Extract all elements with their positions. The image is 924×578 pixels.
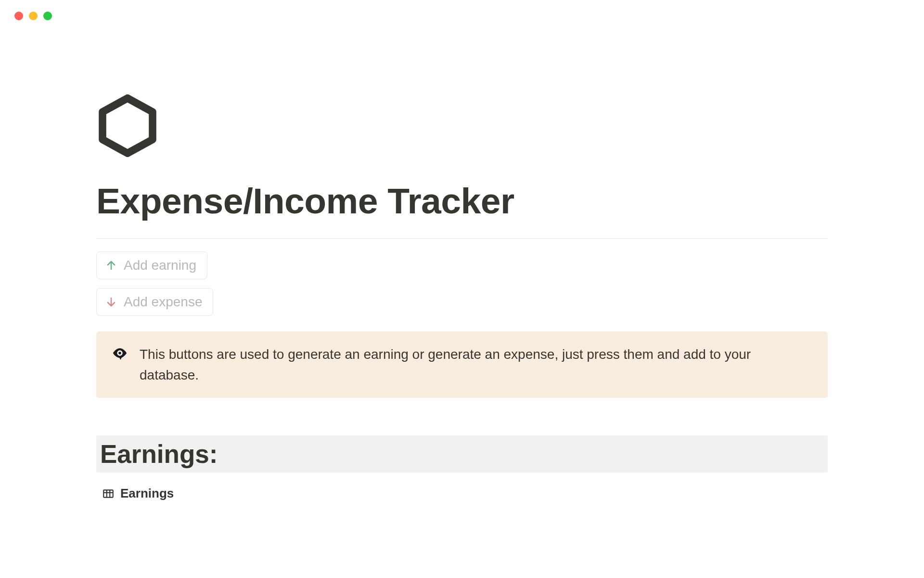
window-close-button[interactable] xyxy=(14,12,23,20)
earnings-view-tab[interactable]: Earnings xyxy=(96,486,828,501)
add-earning-button[interactable]: Add earning xyxy=(96,251,207,279)
hexagon-icon xyxy=(96,94,828,157)
callout-text: This buttons are used to generate an ear… xyxy=(140,344,812,386)
window-controls xyxy=(0,0,924,32)
table-icon xyxy=(102,487,115,500)
page-icon[interactable] xyxy=(96,94,828,157)
arrow-up-icon xyxy=(105,260,117,271)
window-maximize-button[interactable] xyxy=(43,12,52,20)
add-expense-button[interactable]: Add expense xyxy=(96,288,213,316)
add-expense-label: Add expense xyxy=(124,294,202,310)
eye-icon xyxy=(112,345,128,386)
svg-point-4 xyxy=(118,352,121,355)
divider xyxy=(96,238,828,239)
arrow-down-icon xyxy=(105,296,117,308)
earnings-heading: Earnings: xyxy=(100,439,824,469)
window-minimize-button[interactable] xyxy=(29,12,38,20)
earnings-view-label: Earnings xyxy=(120,486,174,501)
svg-rect-5 xyxy=(103,490,113,497)
page-title: Expense/Income Tracker xyxy=(96,181,828,221)
svg-marker-0 xyxy=(103,98,153,153)
callout-block: This buttons are used to generate an ear… xyxy=(96,331,828,398)
earnings-heading-block: Earnings: xyxy=(96,435,828,473)
add-earning-label: Add earning xyxy=(124,258,196,273)
